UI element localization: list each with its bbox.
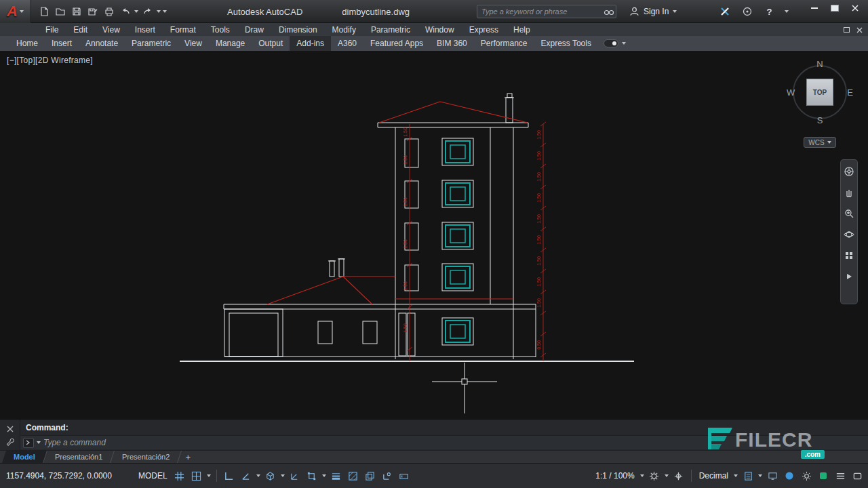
annotation-visibility-button[interactable] <box>672 469 686 483</box>
ribbon-tab-add-ins[interactable]: Add-ins <box>290 36 331 51</box>
customization-button[interactable] <box>833 469 847 483</box>
viewcube-south[interactable]: S <box>817 115 823 125</box>
clean-screen-button[interactable] <box>850 469 864 483</box>
save-as-button[interactable] <box>85 4 100 19</box>
maximize-button[interactable] <box>825 0 845 16</box>
status-lineweight-toggle[interactable] <box>330 469 343 483</box>
chevron-down-icon[interactable] <box>734 474 738 477</box>
minimize-button[interactable] <box>804 0 825 16</box>
ribbon-tab-express-tools[interactable]: Express Tools <box>534 36 597 51</box>
doc-restore-button[interactable] <box>844 27 850 33</box>
viewcube[interactable]: N S W E TOP <box>788 60 852 124</box>
chevron-down-icon[interactable] <box>256 474 260 477</box>
status-polar-toggle[interactable] <box>239 469 253 483</box>
ribbon-tab-performance[interactable]: Performance <box>474 36 534 51</box>
chevron-down-icon[interactable] <box>665 474 669 477</box>
hardware-acceleration-button[interactable] <box>766 469 779 483</box>
plot-button[interactable] <box>102 4 116 19</box>
model-space-button[interactable]: MODEL <box>136 471 170 481</box>
orbit-button[interactable] <box>843 228 855 241</box>
ribbon-tab-manage[interactable]: Manage <box>209 36 252 51</box>
isolate-objects-button[interactable] <box>783 469 796 483</box>
wcs-dropdown[interactable]: WCS <box>804 137 836 148</box>
menu-item-window[interactable]: Window <box>418 23 462 36</box>
layout-tab-presentacion1[interactable]: Presentación1 <box>43 451 115 463</box>
ribbon-tab-output[interactable]: Output <box>252 36 290 51</box>
menu-item-dimension[interactable]: Dimension <box>271 23 325 36</box>
status-selection-cycling-toggle[interactable] <box>363 469 377 483</box>
menu-item-draw[interactable]: Draw <box>237 23 271 36</box>
showmotion-button[interactable] <box>843 249 855 262</box>
menu-item-help[interactable]: Help <box>506 23 538 36</box>
navbar-more-button[interactable] <box>843 270 855 283</box>
ribbon-tab-annotate[interactable]: Annotate <box>79 36 125 51</box>
command-customize-button[interactable] <box>3 435 17 447</box>
viewcube-east[interactable]: E <box>847 87 853 98</box>
chevron-down-icon[interactable] <box>281 474 285 477</box>
a360-connect-button[interactable] <box>740 4 754 19</box>
ribbon-tab-bim-360[interactable]: BIM 360 <box>430 36 474 51</box>
quick-view-layouts-button[interactable] <box>741 469 755 483</box>
ribbon-tab-home[interactable]: Home <box>9 36 45 51</box>
new-layout-button[interactable]: + <box>180 451 196 463</box>
close-button[interactable] <box>845 0 865 16</box>
qat-customize-chevron-icon[interactable] <box>163 10 167 13</box>
search-input[interactable] <box>477 7 601 16</box>
chevron-down-icon[interactable] <box>640 474 644 477</box>
menu-item-insert[interactable]: Insert <box>127 23 163 36</box>
chevron-down-icon[interactable] <box>322 474 326 477</box>
help-chevron-icon[interactable] <box>785 10 789 13</box>
sign-in-button[interactable]: Sign In <box>629 0 677 23</box>
status-transparency-toggle[interactable] <box>347 469 360 483</box>
help-button[interactable]: ? <box>762 4 776 19</box>
binoculars-search-button[interactable] <box>601 4 616 19</box>
viewcube-top-face[interactable]: TOP <box>806 79 833 106</box>
command-close-button[interactable] <box>3 423 17 435</box>
command-prompt-button[interactable] <box>23 438 34 448</box>
menu-item-express[interactable]: Express <box>462 23 506 36</box>
units-dropdown[interactable]: Decimal <box>697 471 730 481</box>
menu-item-parametric[interactable]: Parametric <box>363 23 418 36</box>
app-menu-button[interactable]: A <box>0 0 31 23</box>
ribbon-tab-view[interactable]: View <box>178 36 209 51</box>
save-button[interactable] <box>69 4 83 19</box>
undo-button[interactable] <box>118 4 132 19</box>
status-snap-toggle[interactable] <box>190 469 203 483</box>
workspace-switching-button[interactable] <box>648 469 661 483</box>
exchange-apps-button[interactable] <box>717 4 732 19</box>
viewcube-west[interactable]: W <box>787 87 795 98</box>
chevron-down-icon[interactable] <box>758 474 762 477</box>
ribbon-display-toggle[interactable] <box>604 36 626 51</box>
status-osnap-toggle[interactable] <box>305 469 319 483</box>
annotation-scale-button[interactable]: 1:1 / 100% <box>593 471 636 481</box>
open-drawing-button[interactable] <box>53 4 67 19</box>
menu-item-edit[interactable]: Edit <box>66 23 95 36</box>
ribbon-tab-featured-apps[interactable]: Featured Apps <box>363 36 430 51</box>
menu-item-view[interactable]: View <box>95 23 127 36</box>
chevron-down-icon[interactable] <box>37 441 41 444</box>
status-dynamic-input-toggle[interactable] <box>397 469 411 483</box>
graphics-performance-button[interactable] <box>800 469 813 483</box>
status-ortho-toggle[interactable] <box>222 469 236 483</box>
pan-button[interactable] <box>843 186 855 199</box>
status-isometric-toggle[interactable] <box>264 469 277 483</box>
ribbon-tab-a360[interactable]: A360 <box>331 36 363 51</box>
ribbon-tab-insert[interactable]: Insert <box>45 36 79 51</box>
full-navigation-wheel-button[interactable] <box>843 165 855 178</box>
ribbon-tab-parametric[interactable]: Parametric <box>125 36 178 51</box>
drawing-canvas[interactable]: [−][Top][2D Wireframe] <box>0 51 868 419</box>
status-grid-toggle[interactable] <box>173 469 186 483</box>
viewcube-north[interactable]: N <box>816 59 823 69</box>
status-indicator-button[interactable] <box>816 469 830 483</box>
chevron-down-icon[interactable] <box>207 474 211 477</box>
coordinates-display[interactable]: 1157.4904, 725.7292, 0.0000 <box>4 471 133 481</box>
chevron-down-icon[interactable] <box>134 10 138 13</box>
layout-tab-presentacion2[interactable]: Presentación2 <box>111 451 182 463</box>
chevron-down-icon[interactable] <box>157 10 161 13</box>
doc-close-button[interactable] <box>856 24 863 36</box>
layout-tab-model[interactable]: Model <box>2 451 47 463</box>
new-drawing-button[interactable] <box>37 4 51 19</box>
redo-button[interactable] <box>140 4 155 19</box>
menu-item-format[interactable]: Format <box>163 23 203 36</box>
menu-item-tools[interactable]: Tools <box>203 23 237 36</box>
